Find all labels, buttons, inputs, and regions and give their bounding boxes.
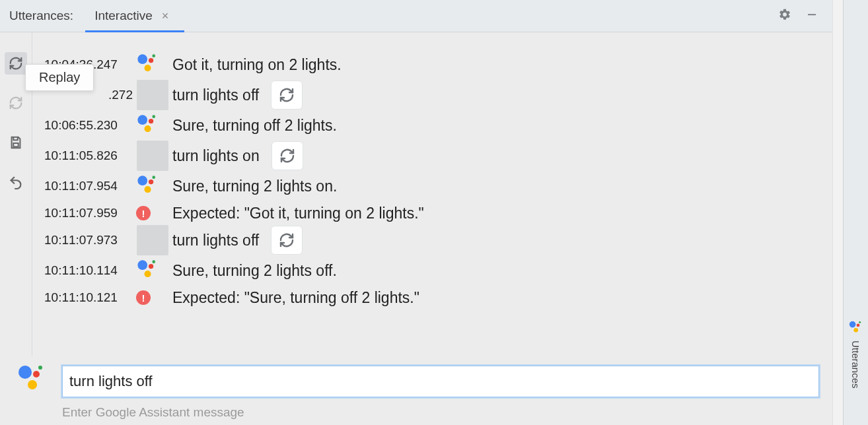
assistant-message: Sure, turning off 2 lights. — [168, 117, 337, 135]
replay-icon[interactable] — [271, 141, 303, 170]
replay-icon[interactable] — [271, 226, 303, 255]
sidebar-right-label: Utterances — [850, 341, 861, 389]
error-text: Expected: "Sure, turning off 2 lights." — [168, 289, 419, 307]
input-hint: Enter Google Assistant message — [62, 405, 819, 420]
log-row: 10:11:07.959!Expected: "Got it, turning … — [44, 201, 820, 225]
log-row: 10:11:10.114Sure, turning 2 lights off. — [44, 255, 820, 286]
gear-icon[interactable] — [778, 8, 791, 24]
save-button[interactable] — [5, 131, 27, 154]
log-row: 10:11:05.826turn lights on — [44, 141, 820, 171]
assistant-logo-icon — [137, 114, 168, 137]
error-icon: ! — [137, 206, 168, 220]
assistant-message: Sure, turning 2 lights off. — [168, 262, 337, 280]
timestamp: 10:11:10.114 — [44, 263, 137, 278]
assistant-message: Got it, turning on 2 lights. — [168, 56, 342, 74]
replay-icon[interactable] — [271, 81, 303, 110]
assistant-logo-icon — [849, 321, 862, 335]
assistant-logo-icon — [18, 366, 48, 395]
timestamp: 10:04:36.247 — [44, 57, 137, 72]
timestamp: 10:11:05.826 — [44, 148, 137, 163]
log-row: 10:11:07.954Sure, turning 2 lights on. — [44, 171, 820, 201]
timestamp: 10:06:55.230 — [44, 118, 137, 133]
assistant-logo-icon — [137, 259, 168, 282]
conversation-log: 10:04:36.247Got it, turning on 2 lights.… — [32, 32, 832, 356]
log-row: 10:11:07.973turn lights off — [44, 225, 820, 255]
panel-title: Utterances: — [9, 9, 73, 23]
timestamp: 10:11:10.121 — [44, 290, 137, 305]
input-bar: Enter Google Assistant message — [0, 356, 832, 425]
user-message: turn lights on — [168, 147, 260, 165]
timestamp: 10:11:07.959 — [44, 206, 137, 220]
timestamp: 10:11:07.973 — [44, 233, 137, 247]
close-icon[interactable]: × — [162, 10, 169, 22]
log-row: .272turn lights off — [44, 80, 820, 110]
error-text: Expected: "Got it, turning on 2 lights." — [168, 205, 424, 222]
log-row: 10:04:36.247Got it, turning on 2 lights. — [44, 49, 820, 80]
error-icon: ! — [137, 290, 168, 305]
assistant-logo-icon — [137, 53, 168, 76]
svg-rect-1 — [13, 143, 18, 147]
user-avatar — [137, 225, 168, 255]
user-message: turn lights off — [168, 232, 259, 249]
top-bar: Utterances: Interactive × — [0, 0, 832, 32]
replay-step-button[interactable] — [5, 92, 27, 114]
left-rail: Replay — [0, 32, 32, 356]
tab-interactive[interactable]: Interactive × — [92, 0, 171, 32]
svg-rect-0 — [808, 14, 816, 15]
minimize-icon[interactable] — [806, 9, 818, 23]
user-avatar — [137, 141, 168, 171]
undo-button[interactable] — [5, 171, 27, 193]
tab-interactive-label: Interactive — [94, 9, 153, 23]
log-row: 10:06:55.230Sure, turning off 2 lights. — [44, 110, 820, 141]
user-avatar — [137, 80, 168, 110]
user-message: turn lights off — [168, 86, 259, 104]
assistant-message: Sure, turning 2 lights on. — [168, 178, 337, 195]
assistant-logo-icon — [137, 175, 168, 197]
replay-all-button[interactable] — [5, 52, 27, 75]
timestamp: 10:11:07.954 — [44, 179, 137, 193]
timestamp: .272 — [44, 88, 137, 102]
sidebar-right[interactable]: Utterances — [843, 0, 868, 425]
log-row: 10:11:10.121!Expected: "Sure, turning of… — [44, 286, 820, 310]
scrollbar[interactable] — [832, 0, 843, 425]
message-input[interactable] — [62, 366, 819, 397]
